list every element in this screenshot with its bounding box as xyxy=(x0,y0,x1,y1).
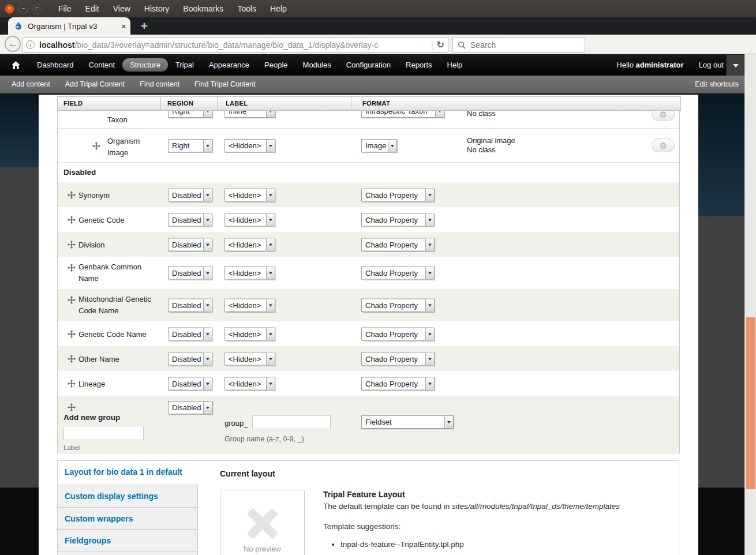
tab-custom-display-settings[interactable]: Custom display settings xyxy=(58,485,198,508)
window-maximize-button[interactable]: □ xyxy=(32,4,42,14)
shortcut-find-tripal-content[interactable]: Find Tripal Content xyxy=(194,80,256,88)
label-select[interactable]: <Hidden> xyxy=(224,188,275,201)
browser-window: × − □ File Edit View History Bookmarks T… xyxy=(0,0,756,555)
tab-partial[interactable] xyxy=(58,552,198,555)
format-select[interactable]: Chado Property xyxy=(361,267,435,280)
menu-tools[interactable]: Tools xyxy=(237,4,256,13)
drag-handle-icon[interactable] xyxy=(68,241,76,249)
format-select[interactable]: Chado Property xyxy=(361,238,435,251)
label-select[interactable]: <Hidden> xyxy=(224,213,275,226)
search-bar[interactable] xyxy=(452,37,585,52)
format-select[interactable]: Image xyxy=(361,139,397,152)
shortcut-add-content[interactable]: Add content xyxy=(12,80,50,88)
toolbar-toggle-button[interactable] xyxy=(726,54,746,77)
region-select[interactable]: Disabled xyxy=(168,213,212,226)
drag-handle-icon[interactable] xyxy=(68,296,76,304)
reload-icon[interactable]: ↻ xyxy=(437,39,444,50)
region-select[interactable]: Disabled xyxy=(168,327,212,340)
shortcut-bar: Add content Add Tripal Content Find cont… xyxy=(0,76,756,94)
menu-view[interactable]: View xyxy=(113,4,130,13)
region-select[interactable]: Disabled xyxy=(168,267,212,280)
admin-item-reports[interactable]: Reports xyxy=(398,58,440,72)
region-select[interactable]: Right xyxy=(168,139,212,152)
drag-handle-icon[interactable] xyxy=(68,264,76,272)
window-minimize-button[interactable]: − xyxy=(18,4,28,14)
url-bar[interactable]: i localhost/bio_data/3#overlay=admin/str… xyxy=(22,37,448,52)
window-close-button[interactable]: × xyxy=(5,4,14,14)
format-select[interactable]: Chado Property xyxy=(361,377,435,390)
region-select[interactable]: Disabled xyxy=(168,188,212,201)
table-row-genetic-code-name: Genetic Code Name Disabled <Hidden> Chad… xyxy=(58,321,679,346)
drag-handle-icon[interactable] xyxy=(68,380,76,388)
group-name-prefix: group_ xyxy=(224,419,248,427)
region-select[interactable]: Right xyxy=(168,111,212,118)
admin-item-content[interactable]: Content xyxy=(81,58,123,72)
logout-link[interactable]: Log out xyxy=(699,61,724,69)
site-info-icon[interactable]: i xyxy=(26,40,35,49)
region-select[interactable]: Disabled xyxy=(168,238,212,251)
tab-fieldgroups[interactable]: Fieldgroups xyxy=(58,530,198,552)
menu-history[interactable]: History xyxy=(144,4,170,13)
menu-bookmarks[interactable]: Bookmarks xyxy=(183,4,223,13)
label-select[interactable]: <Hidden> xyxy=(224,327,275,340)
label-select[interactable]: Inline xyxy=(224,111,275,118)
group-label-caption: Label xyxy=(63,444,80,451)
gear-settings-button[interactable]: ⚙ xyxy=(652,138,675,152)
admin-item-appearance[interactable]: Appearance xyxy=(201,58,257,72)
admin-item-help[interactable]: Help xyxy=(440,58,470,72)
format-select[interactable]: Chado Property xyxy=(361,299,435,312)
format-select[interactable]: Fieldset xyxy=(361,415,454,429)
format-select[interactable]: Chado Property xyxy=(361,213,435,226)
shortcut-add-tripal-content[interactable]: Add Tripal Content xyxy=(65,80,125,88)
drag-handle-icon[interactable] xyxy=(68,355,76,363)
tab-layout-default[interactable]: Layout for bio data 1 in default xyxy=(58,461,198,485)
label-select[interactable]: <Hidden> xyxy=(224,377,275,390)
label-select[interactable]: <Hidden> xyxy=(224,139,275,152)
format-select[interactable]: Chado Property xyxy=(361,327,435,340)
tab-close-icon[interactable]: × xyxy=(121,22,126,31)
group-name-caption: Group name (a-z, 0-9, _) xyxy=(224,435,304,443)
scrollbar-thumb[interactable] xyxy=(746,317,755,489)
field-label: Genbank Common Name xyxy=(78,261,156,284)
new-tab-button[interactable]: + xyxy=(136,18,152,35)
label-select[interactable]: <Hidden> xyxy=(224,267,275,280)
field-label: Lineage xyxy=(78,379,105,388)
drag-handle-icon[interactable] xyxy=(68,216,76,224)
format-select[interactable]: Infraspecific Taxon xyxy=(361,111,444,118)
admin-item-structure[interactable]: Structure xyxy=(122,58,168,72)
group-name-input[interactable] xyxy=(252,415,331,429)
browser-tab[interactable]: Organism | Tripal v3 × xyxy=(8,17,130,35)
drag-handle-icon[interactable] xyxy=(68,330,76,338)
drag-handle-icon[interactable] xyxy=(68,403,76,411)
format-select[interactable]: Chado Property xyxy=(361,188,435,201)
scrollbar-track[interactable] xyxy=(744,54,756,555)
drag-handle-icon[interactable] xyxy=(68,191,76,199)
admin-item-tripal[interactable]: Tripal xyxy=(168,58,201,72)
menu-file[interactable]: File xyxy=(58,4,72,13)
drag-handle-icon[interactable] xyxy=(92,142,100,150)
region-select[interactable]: Disabled xyxy=(168,352,212,365)
label-select[interactable]: <Hidden> xyxy=(224,238,275,251)
region-select[interactable]: Disabled xyxy=(168,401,212,414)
admin-item-people[interactable]: People xyxy=(257,58,295,72)
format-select[interactable]: Chado Property xyxy=(361,352,435,365)
shortcut-find-content[interactable]: Find content xyxy=(140,80,179,88)
admin-item-dashboard[interactable]: Dashboard xyxy=(29,58,81,72)
admin-home-icon[interactable] xyxy=(12,61,20,69)
label-select[interactable]: <Hidden> xyxy=(224,299,275,312)
tab-custom-wrappers[interactable]: Custom wrappers xyxy=(58,508,198,530)
table-row-organism-image: Organism Image Right <Hidden> Image Orig… xyxy=(58,129,679,163)
region-select[interactable]: Disabled xyxy=(168,377,212,390)
admin-item-configuration[interactable]: Configuration xyxy=(339,58,398,72)
admin-item-modules[interactable]: Modules xyxy=(295,58,339,72)
gear-settings-button[interactable]: ⚙ xyxy=(652,111,675,121)
menu-help[interactable]: Help xyxy=(270,4,287,13)
field-label: Division xyxy=(78,240,105,249)
group-label-input[interactable] xyxy=(63,426,144,440)
back-button[interactable]: ← xyxy=(5,36,21,52)
search-input[interactable] xyxy=(470,40,568,50)
label-select[interactable]: <Hidden> xyxy=(224,352,275,365)
region-select[interactable]: Disabled xyxy=(168,299,212,312)
edit-shortcuts-link[interactable]: Edit shortcuts xyxy=(695,80,739,88)
menu-edit[interactable]: Edit xyxy=(85,4,99,13)
